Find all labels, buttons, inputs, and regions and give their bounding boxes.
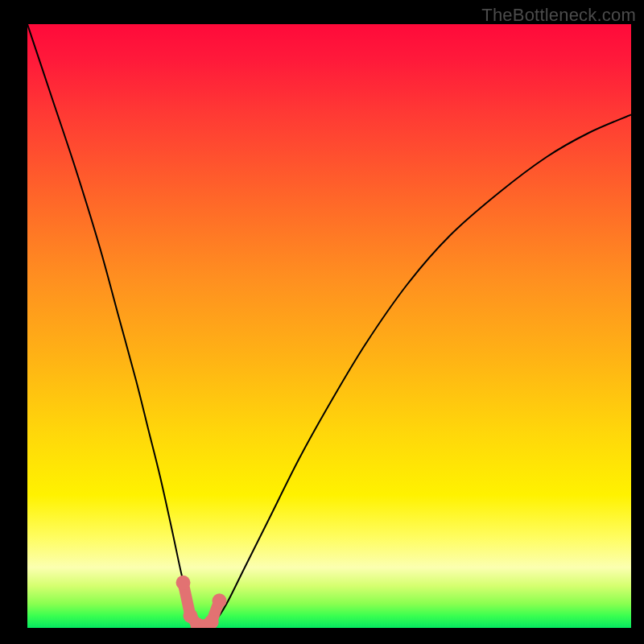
- optimal-marker: [176, 576, 191, 590]
- optimal-marker: [213, 593, 227, 608]
- bottleneck-curve-svg: [27, 24, 631, 628]
- chart-frame: TheBottleneck.com: [0, 0, 644, 644]
- watermark-text: TheBottleneck.com: [481, 5, 636, 26]
- optimal-markers: [176, 576, 227, 628]
- plot-area: [27, 24, 631, 628]
- bottleneck-curve: [27, 24, 631, 625]
